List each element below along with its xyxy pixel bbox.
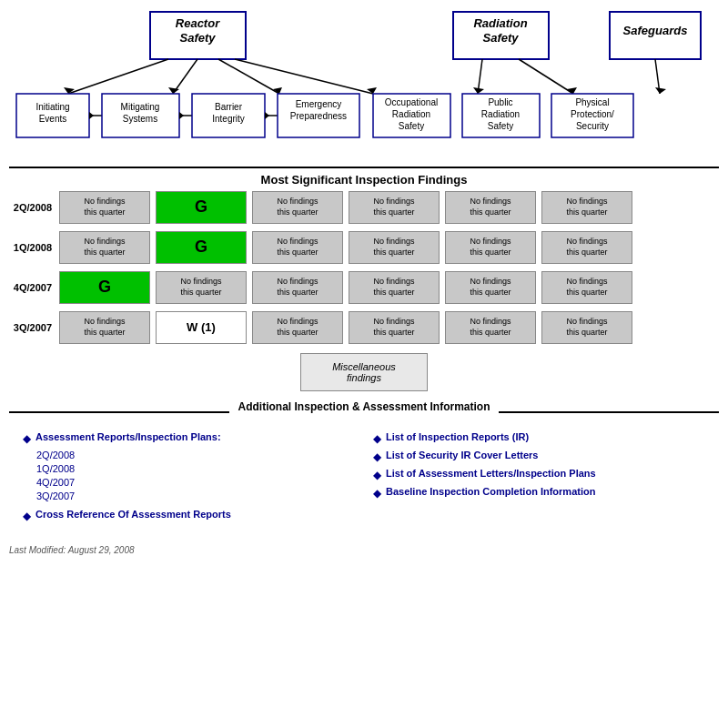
finding-cell-3q2007-5[interactable]: No findingsthis quarter bbox=[541, 311, 632, 344]
finding-cell-2q2008-0[interactable]: No findingsthis quarter bbox=[59, 191, 150, 224]
svg-text:Preparedness: Preparedness bbox=[290, 111, 347, 121]
finding-cell-1q2008-1[interactable]: G bbox=[156, 231, 247, 264]
svg-text:Systems: Systems bbox=[123, 114, 157, 124]
baseline-inspection-label[interactable]: Baseline Inspection Completion Informati… bbox=[386, 486, 595, 497]
finding-cell-1q2008-2[interactable]: No findingsthis quarter bbox=[252, 231, 343, 264]
finding-cell-1q2008-3[interactable]: No findingsthis quarter bbox=[349, 231, 440, 264]
svg-line-10 bbox=[173, 59, 197, 94]
svg-marker-11 bbox=[168, 87, 179, 94]
finding-cell-2q2008-1[interactable]: G bbox=[156, 191, 247, 224]
assessment-letters-label[interactable]: List of Assessment Letters/Inspection Pl… bbox=[386, 468, 596, 479]
additional-content: ◆ Assessment Reports/Inspection Plans: 2… bbox=[0, 431, 728, 527]
finding-cell-4q2007-1[interactable]: No findingsthis quarter bbox=[156, 271, 247, 304]
diamond-icon-1: ◆ bbox=[23, 432, 31, 445]
additional-title: Additional Inspection & Assessment Infor… bbox=[229, 400, 500, 413]
svg-marker-17 bbox=[473, 87, 484, 94]
cross-ref-label[interactable]: Cross Reference Of Assessment Reports bbox=[35, 509, 231, 520]
finding-cell-1q2008-4[interactable]: No findingsthis quarter bbox=[445, 231, 536, 264]
baseline-inspection-item: ◆ Baseline Inspection Completion Informa… bbox=[373, 486, 705, 500]
quarter-label-3q2007: 3Q/2007 bbox=[9, 322, 59, 333]
finding-cell-2q2008-5[interactable]: No findingsthis quarter bbox=[541, 191, 632, 224]
finding-cell-4q2007-2[interactable]: No findingsthis quarter bbox=[252, 271, 343, 304]
svg-text:Initiating: Initiating bbox=[35, 102, 69, 112]
svg-text:Events: Events bbox=[39, 114, 67, 124]
link-4q2007[interactable]: 4Q/2007 bbox=[36, 477, 355, 488]
svg-text:Safety: Safety bbox=[488, 121, 513, 131]
finding-cell-3q2007-2[interactable]: No findingsthis quarter bbox=[252, 311, 343, 344]
svg-text:Mitigating: Mitigating bbox=[121, 102, 160, 112]
findings-table: 2Q/2008 No findingsthis quarter G No fin… bbox=[0, 191, 728, 344]
svg-line-12 bbox=[218, 59, 279, 94]
svg-text:Protection/: Protection/ bbox=[571, 109, 614, 119]
findings-row-3q2007: 3Q/2007 No findingsthis quarter W (1) No… bbox=[9, 311, 719, 344]
svg-text:Radiation: Radiation bbox=[392, 109, 430, 119]
link-1q2008[interactable]: 1Q/2008 bbox=[36, 463, 355, 474]
svg-text:Radiation: Radiation bbox=[473, 16, 527, 30]
security-ir-label[interactable]: List of Security IR Cover Letters bbox=[386, 450, 539, 460]
svg-text:Radiation: Radiation bbox=[481, 109, 520, 119]
quarter-label-2q2008: 2Q/2008 bbox=[9, 202, 59, 213]
finding-cell-2q2008-4[interactable]: No findingsthis quarter bbox=[445, 191, 536, 224]
assessment-reports-label[interactable]: Assessment Reports/Inspection Plans: bbox=[35, 431, 221, 442]
right-column: ◆ List of Inspection Reports (IR) ◆ List… bbox=[373, 431, 705, 527]
finding-cell-2q2008-2[interactable]: No findingsthis quarter bbox=[252, 191, 343, 224]
svg-marker-21 bbox=[655, 87, 666, 94]
misc-findings-text: Miscellaneous findings bbox=[332, 361, 396, 383]
svg-line-14 bbox=[235, 59, 373, 94]
finding-cell-2q2008-3[interactable]: No findingsthis quarter bbox=[349, 191, 440, 224]
security-ir-item: ◆ List of Security IR Cover Letters bbox=[373, 450, 705, 463]
diamond-icon-4: ◆ bbox=[373, 450, 381, 463]
svg-line-18 bbox=[519, 59, 573, 94]
svg-text:Reactor: Reactor bbox=[176, 16, 220, 30]
diamond-icon-5: ◆ bbox=[373, 469, 381, 481]
link-2q2008[interactable]: 2Q/2008 bbox=[36, 450, 355, 460]
footer-text: Last Modified: August 29, 2008 bbox=[0, 541, 728, 560]
finding-cell-3q2007-3[interactable]: No findingsthis quarter bbox=[349, 311, 440, 344]
findings-row-2q2008: 2Q/2008 No findingsthis quarter G No fin… bbox=[9, 191, 719, 224]
ir-list-label[interactable]: List of Inspection Reports (IR) bbox=[386, 431, 529, 442]
assessment-letters-item: ◆ List of Assessment Letters/Inspection … bbox=[373, 468, 705, 481]
svg-text:Safety: Safety bbox=[399, 121, 424, 131]
finding-cell-1q2008-5[interactable]: No findingsthis quarter bbox=[541, 231, 632, 264]
diamond-icon-3: ◆ bbox=[373, 432, 381, 445]
quarter-label-4q2007: 4Q/2007 bbox=[9, 282, 59, 293]
findings-title: Most Significant Inspection Findings bbox=[0, 173, 728, 187]
quarter-label-1q2008: 1Q/2008 bbox=[9, 242, 59, 253]
misc-findings-area: Miscellaneous findings bbox=[0, 353, 728, 391]
finding-cell-4q2007-3[interactable]: No findingsthis quarter bbox=[349, 271, 440, 304]
finding-cell-1q2008-0[interactable]: No findingsthis quarter bbox=[59, 231, 150, 264]
left-column: ◆ Assessment Reports/Inspection Plans: 2… bbox=[23, 431, 355, 527]
diamond-icon-2: ◆ bbox=[23, 510, 31, 522]
assessment-reports-item: ◆ Assessment Reports/Inspection Plans: bbox=[23, 431, 355, 445]
svg-text:Barrier: Barrier bbox=[215, 102, 243, 112]
svg-text:Public: Public bbox=[488, 97, 512, 107]
svg-text:Safety: Safety bbox=[179, 31, 216, 45]
svg-text:Security: Security bbox=[576, 121, 609, 131]
finding-cell-3q2007-4[interactable]: No findingsthis quarter bbox=[445, 311, 536, 344]
cross-ref-item: ◆ Cross Reference Of Assessment Reports bbox=[23, 509, 355, 522]
svg-line-8 bbox=[68, 59, 168, 94]
svg-text:Physical: Physical bbox=[575, 97, 609, 107]
finding-cell-4q2007-5[interactable]: No findingsthis quarter bbox=[541, 271, 632, 304]
svg-text:Integrity: Integrity bbox=[212, 114, 245, 124]
misc-findings-box[interactable]: Miscellaneous findings bbox=[300, 353, 428, 391]
finding-cell-4q2007-0[interactable]: G bbox=[59, 271, 150, 304]
ir-list-item: ◆ List of Inspection Reports (IR) bbox=[373, 431, 705, 445]
svg-text:Occupational: Occupational bbox=[385, 97, 438, 107]
link-3q2007[interactable]: 3Q/2007 bbox=[36, 490, 355, 501]
diamond-icon-6: ◆ bbox=[373, 487, 381, 500]
finding-cell-4q2007-4[interactable]: No findingsthis quarter bbox=[445, 271, 536, 304]
findings-row-1q2008: 1Q/2008 No findingsthis quarter G No fin… bbox=[9, 231, 719, 264]
finding-cell-3q2007-1[interactable]: W (1) bbox=[156, 311, 247, 344]
diagram-section: Reactor Safety Radiation Safety Safeguar… bbox=[0, 0, 728, 167]
svg-text:Safety: Safety bbox=[482, 31, 519, 45]
svg-text:Emergency: Emergency bbox=[296, 99, 342, 109]
svg-text:Safeguards: Safeguards bbox=[623, 24, 688, 37]
findings-row-4q2007: 4Q/2007 G No findingsthis quarter No fin… bbox=[9, 271, 719, 304]
divider-1 bbox=[9, 167, 719, 168]
finding-cell-3q2007-0[interactable]: No findingsthis quarter bbox=[59, 311, 150, 344]
